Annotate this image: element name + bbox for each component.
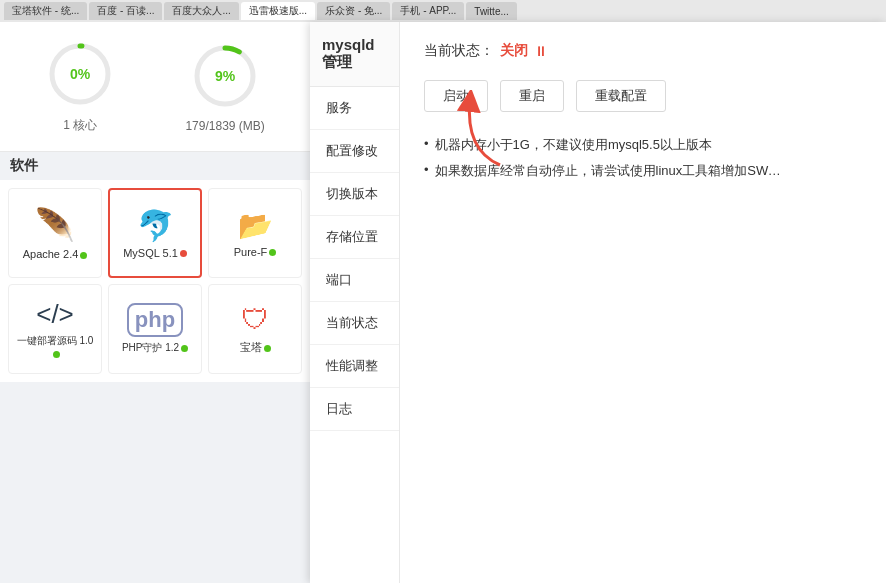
software-section-title: 软件 xyxy=(10,157,38,175)
nav-storage[interactable]: 存储位置 xyxy=(310,216,399,259)
mysql-item[interactable]: 🐬 MySQL 5.1 xyxy=(108,188,202,278)
status-label: 当前状态： xyxy=(424,42,494,60)
cpu-value: 0% xyxy=(70,66,90,82)
browser-tab-bar: 宝塔软件 - 统... 百度 - 百读... 百度大众人... 迅雷极速版...… xyxy=(0,0,886,22)
tab-7[interactable]: Twitte... xyxy=(466,2,516,20)
bt-icon: 🛡 xyxy=(241,303,269,336)
cpu-stat: 0% 1 核心 xyxy=(45,39,115,134)
status-line: 当前状态： 关闭 ⏸ xyxy=(424,42,862,60)
mysql-name: MySQL 5.1 xyxy=(123,247,187,259)
php-icon: php xyxy=(127,303,183,337)
bt-item[interactable]: 🛡 宝塔 xyxy=(208,284,302,374)
tab-1[interactable]: 宝塔软件 - 统... xyxy=(4,2,87,20)
ftp-icon: 📂 xyxy=(238,209,273,242)
memory-label: 179/1839 (MB) xyxy=(185,119,264,133)
php-item[interactable]: php PHP守护 1.2 xyxy=(108,284,202,374)
overlay-panel: mysqld管理 服务 配置修改 切换版本 存储位置 端口 当前状态 性能调整 … xyxy=(310,22,886,583)
overlay-title: mysqld管理 xyxy=(310,22,399,87)
overlay-content-area: 当前状态： 关闭 ⏸ 启动 重启 重载配置 • 机器内存 xyxy=(400,22,886,583)
nav-version[interactable]: 切换版本 xyxy=(310,173,399,216)
pureftp-item[interactable]: 📂 Pure-F xyxy=(208,188,302,278)
tab-2[interactable]: 百度 - 百读... xyxy=(89,2,162,20)
tab-6[interactable]: 手机 - APP... xyxy=(392,2,464,20)
nav-port[interactable]: 端口 xyxy=(310,259,399,302)
tab-3[interactable]: 百度大众人... xyxy=(164,2,238,20)
cpu-label: 1 核心 xyxy=(63,117,97,134)
tab-4[interactable]: 迅雷极速版... xyxy=(241,2,315,20)
code-item[interactable]: </> 一键部署源码 1.0 xyxy=(8,284,102,374)
nav-logs[interactable]: 日志 xyxy=(310,388,399,431)
reload-button[interactable]: 重载配置 xyxy=(576,80,666,112)
status-value: 关闭 xyxy=(500,42,528,60)
memory-value: 9% xyxy=(215,68,235,84)
nav-config[interactable]: 配置修改 xyxy=(310,130,399,173)
apache-icon: 🪶 xyxy=(35,206,75,244)
arrow-indicator xyxy=(455,90,515,174)
code-name: 一键部署源码 1.0 xyxy=(14,334,96,359)
bt-name: 宝塔 xyxy=(240,340,271,355)
ftp-name: Pure-F xyxy=(234,246,277,258)
nav-status[interactable]: 当前状态 xyxy=(310,302,399,345)
code-icon: </> xyxy=(36,299,74,330)
tab-5[interactable]: 乐众资 - 免... xyxy=(317,2,390,20)
nav-performance[interactable]: 性能调整 xyxy=(310,345,399,388)
stats-row: 0% 1 核心 9% 179/1839 (MB) xyxy=(0,22,310,152)
nav-services[interactable]: 服务 xyxy=(310,87,399,130)
cpu-gauge: 0% xyxy=(45,39,115,109)
software-grid: 🪶 Apache 2.4 🐬 MySQL 5.1 📂 Pure-F </> 一键… xyxy=(0,180,310,382)
pause-icon: ⏸ xyxy=(534,43,548,59)
mysql-icon: 🐬 xyxy=(137,208,174,243)
memory-gauge: 9% xyxy=(190,41,260,111)
apache-name: Apache 2.4 xyxy=(23,248,88,260)
apache-item[interactable]: 🪶 Apache 2.4 xyxy=(8,188,102,278)
overlay-nav: mysqld管理 服务 配置修改 切换版本 存储位置 端口 当前状态 性能调整 … xyxy=(310,22,400,583)
php-name: PHP守护 1.2 xyxy=(122,341,188,355)
memory-stat: 9% 179/1839 (MB) xyxy=(185,41,264,133)
